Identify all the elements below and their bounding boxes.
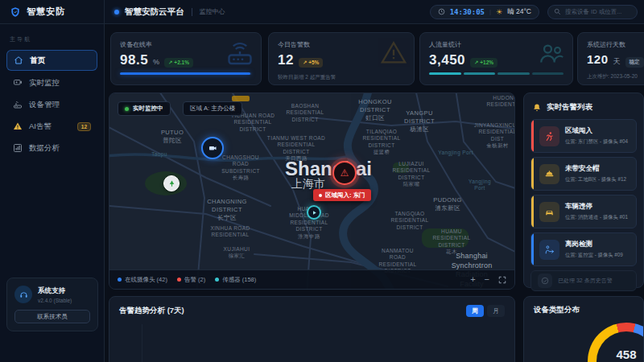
search-box[interactable] [547, 5, 638, 19]
alert-location: 位置: 监控室 - 摄像头 #09 [565, 252, 623, 259]
map-label: Yangjing Port [438, 150, 473, 156]
chart-axis-line [142, 324, 142, 362]
map-label: TANGQIAO RESIDENTIAL DISTRICT [390, 211, 428, 231]
stat-value: 3,450 [429, 52, 465, 68]
alert-location: 位置: 消防通道 - 摄像头 #01 [565, 214, 628, 221]
device-donut: 458 总设备数 [588, 323, 644, 362]
map-label: PUTUO 普陀区 [161, 129, 184, 145]
map-footer: 在线摄像头 (42) 告警 (2) 传感器 (158) + − [109, 269, 514, 289]
sensor-marker[interactable] [307, 205, 321, 220]
sidebar-item-label: 设备管理 [29, 100, 60, 110]
legend-alerts: 告警 (2) [177, 276, 205, 284]
sidebar-item-label: 数据分析 [29, 143, 60, 154]
sun-icon: ☀ [496, 8, 502, 16]
sidebar-item-data-analysis[interactable]: 数据分析 [6, 138, 97, 158]
sidebar-item-home[interactable]: 首页 [6, 50, 97, 71]
live-status-pill: 实时监控中 [118, 101, 171, 116]
legend-dot [215, 278, 219, 282]
people-bg-icon [537, 39, 566, 68]
status-dot [114, 10, 119, 14]
road-shield-label [232, 96, 250, 101]
warning-icon [13, 121, 23, 131]
platform-title: 智慧安防云平台 [125, 6, 184, 18]
shield-logo-icon [10, 6, 21, 18]
map-label: JINYANGXINCUN RESIDENTIAL DIST 金杨新村 [474, 122, 515, 150]
fullscreen-button[interactable] [498, 276, 506, 284]
alert-title: 区域闯入 [565, 126, 628, 136]
stat-note: 上次维护: 2023-05-20 [587, 73, 644, 80]
alert-tooltip[interactable]: 区域闯入: 东门 [313, 189, 371, 201]
camera-marker[interactable] [201, 137, 224, 159]
home-icon [14, 56, 23, 65]
alert-item-intrusion[interactable]: 区域闯入 位置: 东门禁区 - 摄像头 #04 [530, 119, 637, 153]
helmet-icon [539, 164, 559, 184]
map-label: XINHUA ROAD RESIDENTIAL [210, 225, 250, 239]
car-icon [539, 202, 559, 222]
tab-week[interactable]: 周 [466, 305, 484, 317]
map-canvas[interactable]: PUTUO 普陀区TaopuYICHUAN ROAD RESIDENTIAL D… [109, 93, 514, 289]
top-bar: 智慧安防 智慧安防云平台 监控中心 14:30:05 | ☀ 晴 24°C [0, 0, 644, 24]
alert-history-text: 已处理 32 条历史告警 [558, 277, 613, 285]
alert-location: 位置: 东门禁区 - 摄像头 #04 [565, 138, 628, 146]
map-label: Yangjing Port [463, 179, 497, 192]
zone-text: 区域 A: 主办公楼 [190, 105, 235, 113]
park-marker[interactable] [163, 175, 180, 191]
alert-tooltip-text: 区域闯入: 东门 [325, 191, 365, 200]
support-card: 系统支持 v2.4.0 (Stable) 联系技术员 [6, 278, 98, 331]
sidebar: 主导航 首页 实时监控 设备管理 AI告警 12 数据分析 [0, 24, 105, 362]
sidebar-item-device-mgmt[interactable]: 设备管理 [6, 95, 97, 114]
legend-online-cameras: 在线摄像头 (42) [118, 276, 167, 284]
alert-marker[interactable]: ⚠ [332, 161, 357, 185]
alert-history-footer[interactable]: 已处理 32 条历史告警 [530, 270, 637, 291]
search-input[interactable] [565, 8, 631, 15]
contact-tech-button[interactable]: 联系技术员 [14, 310, 90, 323]
zoom-in-button[interactable]: + [470, 275, 475, 284]
stat-value: 12 [278, 52, 294, 68]
map-panel[interactable]: PUTUO 普陀区TaopuYICHUAN ROAD RESIDENTIAL D… [109, 93, 515, 290]
tab-month[interactable]: 月 [487, 305, 505, 317]
check-circle-icon [538, 274, 552, 288]
warning-icon: ⚠ [341, 167, 349, 179]
alert-title: 未带安全帽 [565, 164, 626, 174]
alert-panel-title: 实时告警列表 [547, 102, 592, 113]
stat-label: 系统运行天数 [587, 40, 644, 49]
alert-title: 离岗检测 [565, 240, 623, 249]
sidebar-item-live-monitor[interactable]: 实时监控 [6, 73, 97, 93]
stat-card-online-rate: 设备在线率 98.5 % ↗ +2.1% [110, 32, 262, 85]
camera-icon [208, 143, 217, 153]
traffic-segment-bar [429, 72, 564, 75]
monitor-icon [13, 78, 23, 88]
map-label: HONGKOU DISTRICT 虹口区 [358, 98, 392, 121]
sidebar-item-ai-alerts[interactable]: AI告警 12 [6, 117, 97, 136]
divider [192, 8, 192, 16]
zoom-out-button[interactable]: − [485, 275, 489, 284]
platform-subtitle: 监控中心 [200, 7, 225, 16]
alert-count-badge: 12 [77, 122, 91, 131]
weather-text: 晴 24°C [507, 7, 531, 17]
play-icon [311, 209, 318, 216]
map-label: BAOSHAN RESIDENTIAL DISTRICT [286, 103, 324, 123]
trend-title: 告警趋势分析 (7天) [119, 306, 184, 316]
zone-pill[interactable]: 区域 A: 主办公楼 [183, 101, 242, 116]
nav-section-label: 主导航 [10, 35, 104, 43]
search-icon [554, 8, 561, 15]
stat-card-foot-traffic: 人流量统计 3,450 ↗ +12% [419, 32, 573, 85]
online-progress-fill [120, 72, 250, 75]
stat-card-uptime: 系统运行天数 120 天 稳定 上次维护: 2023-05-20 [577, 32, 644, 85]
map-label: Taopu [151, 151, 167, 158]
map-label: XUJIAHUI 徐家汇 [224, 246, 250, 260]
live-dot [125, 107, 129, 111]
support-title: 系统支持 [38, 286, 72, 296]
stat-value: 120 [587, 52, 609, 66]
device-total: 458 [616, 348, 636, 361]
alert-item-illegal-parking[interactable]: 车辆违停 位置: 消防通道 - 摄像头 #01 [530, 195, 637, 228]
router-bg-icon [225, 39, 254, 68]
alert-item-no-helmet[interactable]: 未带安全帽 位置: 工地B区 - 摄像头 #12 [530, 157, 637, 191]
map-label: TILANQIAO RESIDENTIAL DISTRICT 提篮桥 [362, 129, 400, 156]
time-weather-pill: 14:30:05 | ☀ 晴 24°C [430, 5, 539, 19]
legend-sensors: 传感器 (158) [215, 276, 256, 284]
alert-list-panel: 实时告警列表 区域闯入 位置: 东门禁区 - 摄像头 #04 未带安全帽 位置:… [523, 93, 644, 288]
stat-note: 较昨日新增 2 起严重告警 [278, 74, 405, 81]
alert-item-absence-detect[interactable]: 离岗检测 位置: 监控室 - 摄像头 #09 [530, 232, 637, 266]
map-label: CHANGSHOU ROAD SUBDISTRICT 长寿路 [221, 154, 260, 182]
